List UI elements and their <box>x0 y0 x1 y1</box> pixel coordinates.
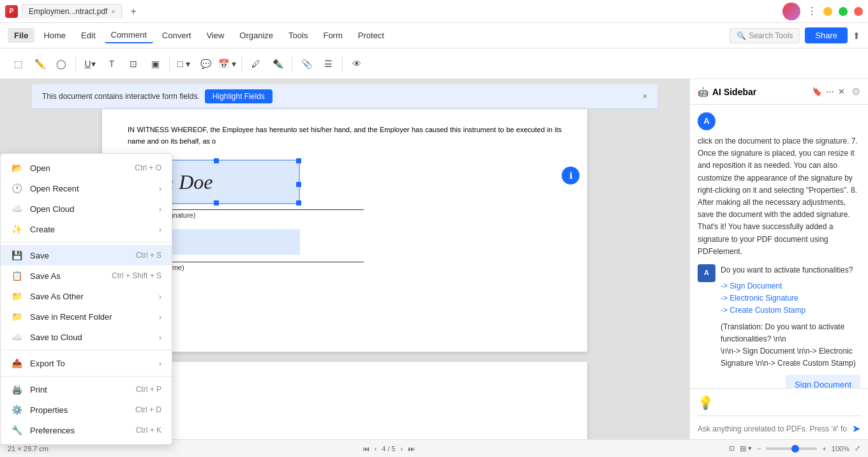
send-button[interactable]: ➤ <box>852 423 860 435</box>
create-arrow: › <box>159 225 161 234</box>
highlight-area-tool[interactable]: ▣ <box>145 54 165 74</box>
user-avatar[interactable] <box>782 3 800 20</box>
menu-home[interactable]: Home <box>37 28 72 43</box>
search-icon: 🔍 <box>737 31 746 40</box>
zoom-slider[interactable] <box>766 447 817 450</box>
menu-item-create[interactable]: ✨ Create › <box>1 219 172 239</box>
menu-edit[interactable]: Edit <box>75 28 101 43</box>
ai-input-field[interactable] <box>698 424 847 433</box>
ai-link-stamp[interactable]: -> Create Custom Stamp <box>721 304 860 317</box>
view-options-icon[interactable]: ▤ ▾ <box>740 444 752 453</box>
pen-tool[interactable]: 🖊 <box>246 54 266 74</box>
menu-item-open-recent[interactable]: 🕐 Open Recent › <box>1 178 172 199</box>
menu-separator-2 <box>1 350 172 350</box>
maximize-button[interactable] <box>839 7 848 16</box>
menu-comment[interactable]: Comment <box>105 27 153 43</box>
menu-item-save-cloud[interactable]: ☁️ Save to Cloud › <box>1 327 172 347</box>
shape-tool[interactable]: □ ▾ <box>174 54 194 74</box>
save-recent-label: Save in Recent Folder <box>30 312 151 322</box>
search-tools[interactable]: 🔍 Search Tools <box>730 28 800 43</box>
ai-sidebar-body: A click on the document to place the sig… <box>690 105 868 388</box>
stamp-tool[interactable]: 📅 ▾ <box>217 54 237 74</box>
menu-item-save-as[interactable]: 📋 Save As Ctrl + Shift + S <box>1 266 172 286</box>
ai-bookmark-icon[interactable]: 🔖 <box>812 87 822 96</box>
attachment-tool[interactable]: 📎 <box>296 54 317 74</box>
eraser-tool[interactable]: ◯ <box>51 54 71 74</box>
menu-form[interactable]: Form <box>317 28 348 43</box>
save-label: Save <box>30 251 128 260</box>
info-button[interactable]: ℹ <box>562 167 580 184</box>
active-tab[interactable]: Employmen...ntract.pdf × <box>22 4 122 19</box>
first-page-icon[interactable]: ⏮ <box>363 445 370 453</box>
underline-tool[interactable]: U ▾ <box>80 54 100 74</box>
draw-tool[interactable]: ✒️ <box>267 54 288 74</box>
close-button[interactable] <box>854 7 863 16</box>
prev-page-icon[interactable]: ‹ <box>375 445 377 453</box>
menu-item-save-recent[interactable]: 📁 Save in Recent Folder › <box>1 306 172 327</box>
ai-more-icon[interactable]: ⋯ <box>826 87 834 96</box>
properties-icon: ⚙️ <box>11 404 22 416</box>
menu-item-open[interactable]: 📂 Open Ctrl + O <box>1 158 172 178</box>
hand-tool[interactable]: ✏️ <box>29 54 50 74</box>
menu-item-save[interactable]: 💾 Save Ctrl + S <box>1 245 172 266</box>
select-tool[interactable]: ⬚ <box>8 54 28 74</box>
zoom-in-icon[interactable]: + <box>822 445 826 453</box>
save-as-other-icon: 📁 <box>11 290 22 302</box>
ai-close-icon[interactable]: ✕ <box>838 87 845 96</box>
file-dropdown-menu: 📂 Open Ctrl + O 🕐 Open Recent › ☁️ Open … <box>0 153 172 445</box>
resize-handle-tc[interactable] <box>214 158 219 163</box>
zoom-out-icon[interactable]: − <box>757 445 761 453</box>
open-shortcut: Ctrl + O <box>135 163 161 172</box>
ai-question-text: Do you want to activate functionalities? <box>721 264 860 276</box>
menu-separator-1 <box>1 242 172 243</box>
menu-view[interactable]: View <box>200 28 230 43</box>
ai-settings-icon[interactable]: ⚙ <box>851 86 860 98</box>
fit-page-icon[interactable]: ⤢ <box>855 444 860 453</box>
upload-icon[interactable]: ⬆ <box>853 31 860 41</box>
comment-tool[interactable]: 💬 <box>195 54 216 74</box>
share-button[interactable]: Share <box>805 27 848 43</box>
menu-protect[interactable]: Protect <box>352 28 391 43</box>
menu-item-print[interactable]: 🖨️ Print Ctrl + P <box>1 379 172 400</box>
search-label: Search Tools <box>749 31 793 40</box>
resize-handle-br[interactable] <box>296 200 301 206</box>
menu-item-open-cloud[interactable]: ☁️ Open Cloud › <box>1 199 172 219</box>
menu-item-properties[interactable]: ⚙️ Properties Ctrl + D <box>1 400 172 420</box>
highlight-fields-button[interactable]: Highlight Fields <box>205 89 273 103</box>
notification-close-button[interactable]: × <box>643 92 647 101</box>
pdf-witness-text: IN WITNESS WHEREOF, the Employee has her… <box>128 124 562 147</box>
resize-handle-bc[interactable] <box>214 200 219 206</box>
ai-link-esig[interactable]: -> Electronic Signature <box>721 292 860 304</box>
save-cloud-arrow: › <box>159 333 161 342</box>
open-label: Open <box>30 163 127 173</box>
save-recent-icon: 📁 <box>11 311 22 322</box>
text-edit-tool[interactable]: ☰ <box>318 54 338 74</box>
new-tab-button[interactable]: + <box>126 4 141 19</box>
resize-handle-mr[interactable] <box>296 182 301 187</box>
menu-file[interactable]: File <box>8 28 34 43</box>
sign-document-button[interactable]: Sign Document <box>786 375 860 388</box>
menu-tools[interactable]: Tools <box>282 28 314 43</box>
last-page-icon[interactable]: ⏭ <box>408 445 415 453</box>
title-bar-left: P Employmen...ntract.pdf × + <box>5 4 141 19</box>
notification-text: This document contains interactive form … <box>42 92 200 101</box>
menu-item-export[interactable]: 📤 Export To › <box>1 353 172 373</box>
page-size-icon[interactable]: ⊡ <box>729 444 735 453</box>
menu-organize[interactable]: Organize <box>233 28 280 43</box>
resize-handle-tr[interactable] <box>296 158 301 163</box>
minimize-button[interactable] <box>823 7 832 16</box>
menu-item-preferences[interactable]: 🔧 Preferences Ctrl + K <box>1 420 172 440</box>
next-page-icon[interactable]: › <box>401 445 403 453</box>
window-options-icon[interactable]: ⋮ <box>807 5 817 17</box>
create-icon: ✨ <box>11 223 22 235</box>
ai-raw-text: \n\n-> Sign Document \n\n-> Electronic S… <box>721 345 860 370</box>
textbox-tool[interactable]: ⊡ <box>123 54 144 74</box>
ai-link-sign[interactable]: -> Sign Document <box>721 280 860 292</box>
eye-tool[interactable]: 👁 <box>347 54 367 74</box>
menu-separator-3 <box>1 376 172 377</box>
menu-convert[interactable]: Convert <box>156 28 198 43</box>
title-bar: P Employmen...ntract.pdf × + ⋮ <box>0 0 868 23</box>
text-tool[interactable]: T <box>101 54 122 74</box>
menu-item-save-as-other[interactable]: 📁 Save As Other › <box>1 286 172 306</box>
close-tab-button[interactable]: × <box>111 8 115 15</box>
